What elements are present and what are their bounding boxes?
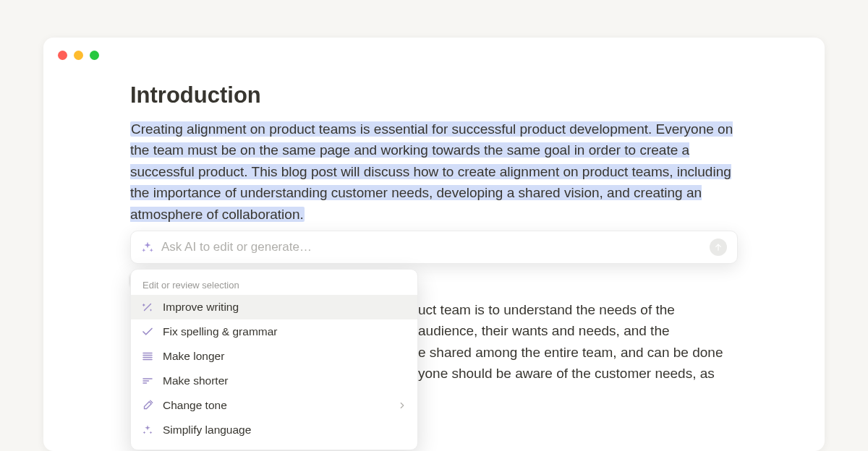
arrow-up-icon bbox=[713, 242, 723, 252]
window-maximize-button[interactable] bbox=[90, 51, 99, 60]
window-traffic-lights bbox=[58, 51, 99, 60]
wand-icon bbox=[141, 301, 154, 314]
menu-item-label: Make longer bbox=[163, 350, 224, 363]
check-icon bbox=[141, 325, 154, 338]
bg-line: uct team is to understand the needs of t… bbox=[418, 299, 738, 320]
menu-item-simplify-language[interactable]: Simplify language bbox=[131, 418, 417, 442]
menu-item-change-tone[interactable]: Change tone bbox=[131, 393, 417, 418]
menu-item-label: Simplify language bbox=[163, 424, 251, 437]
menu-item-label: Make shorter bbox=[163, 374, 228, 387]
document-content: Introduction Creating alignment on produ… bbox=[130, 82, 738, 225]
menu-item-label: Improve writing bbox=[163, 301, 239, 314]
ai-prompt-bar[interactable] bbox=[130, 231, 738, 264]
menu-item-fix-spelling[interactable]: Fix spelling & grammar bbox=[131, 319, 417, 344]
sparkle-icon bbox=[141, 424, 154, 437]
menu-item-improve-writing[interactable]: Improve writing bbox=[131, 295, 417, 319]
selected-paragraph[interactable]: Creating alignment on product teams is e… bbox=[130, 119, 738, 225]
window-close-button[interactable] bbox=[58, 51, 67, 60]
ai-actions-dropdown: Edit or review selection Improve writing… bbox=[130, 269, 418, 450]
menu-item-label: Fix spelling & grammar bbox=[163, 325, 278, 338]
dropdown-section-label: Edit or review selection bbox=[131, 274, 417, 295]
menu-item-make-longer[interactable]: Make longer bbox=[131, 344, 417, 369]
sparkle-icon bbox=[141, 241, 154, 254]
lines-short-icon bbox=[141, 374, 154, 387]
menu-item-label: Change tone bbox=[163, 399, 227, 412]
window-minimize-button[interactable] bbox=[74, 51, 83, 60]
app-window: Introduction Creating alignment on produ… bbox=[43, 38, 825, 451]
ai-prompt-input[interactable] bbox=[161, 240, 710, 254]
lines-long-icon bbox=[141, 350, 154, 363]
chevron-right-icon bbox=[397, 400, 407, 411]
microphone-icon bbox=[141, 399, 154, 412]
bg-line: audience, their wants and needs, and the bbox=[418, 320, 738, 341]
submit-button[interactable] bbox=[710, 239, 727, 256]
bg-line: yone should be aware of the customer nee… bbox=[418, 363, 738, 384]
highlighted-text: Creating alignment on product teams is e… bbox=[130, 121, 733, 222]
bg-line: e shared among the entire team, and can … bbox=[418, 342, 738, 363]
menu-item-make-shorter[interactable]: Make shorter bbox=[131, 369, 417, 393]
page-title: Introduction bbox=[130, 82, 738, 108]
